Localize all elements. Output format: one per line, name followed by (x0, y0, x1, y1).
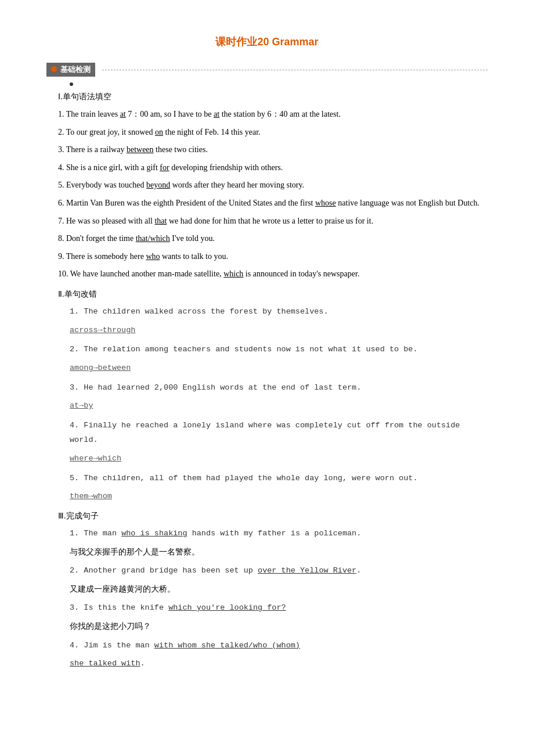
correction-answer: them→whom (70, 489, 488, 504)
list-item: 6. Martin Van Buren was the eighth Presi… (58, 196, 488, 211)
item-num: 1. The train leaves at 7：00 am, so I hav… (58, 110, 341, 118)
list-item: 9. There is somebody here who wants to t… (58, 249, 488, 265)
section-badge: 基础检测 (46, 63, 95, 77)
list-item: 7. He was so pleased with all that we ha… (58, 214, 488, 229)
item-num: 8. Don't forget the time that/which I've… (58, 234, 215, 243)
item-num: 5. Everybody was touched beyond words af… (58, 181, 304, 189)
part-i-title: Ⅰ.单句语法填空 (58, 92, 488, 102)
item-num: 10. We have launched another man-made sa… (58, 269, 359, 278)
answer-underline: that (154, 217, 167, 225)
list-item: 2. To our great joy, it snowed on the ni… (58, 125, 488, 141)
chinese-translation: 又建成一座跨越黄河的大桥。 (70, 582, 488, 597)
item-num: 4. She is a nice girl, with a gift for d… (58, 163, 283, 172)
answer-underline: at (120, 110, 126, 118)
list-item: 4. Jim is the man with whom she talked/w… (58, 638, 488, 671)
answer-underline: between (127, 145, 154, 154)
answer-underline: whose (315, 199, 336, 207)
list-item: 3. There is a railway between these two … (58, 142, 488, 158)
correction-answer: at→by (70, 398, 488, 413)
correction-question: 4. Finally he reached a lonely island wh… (70, 418, 488, 448)
list-item: 5. The children, all of them had played … (58, 471, 488, 504)
chinese-translation: 与我父亲握手的那个人是一名警察。 (70, 545, 488, 560)
list-item: 1. The train leaves at 7：00 am, so I hav… (58, 107, 488, 123)
item-num: 6. Martin Van Buren was the eighth Presi… (58, 199, 479, 207)
part-i-content: 1. The train leaves at 7：00 am, so I hav… (58, 107, 488, 282)
answer-underline: who is shaking (121, 529, 187, 538)
part-ii-title: Ⅱ.单句改错 (58, 289, 488, 300)
complete-sentence: 1. The man who is shaking hands with my … (70, 526, 488, 541)
section-header: 基础检测 (46, 63, 488, 77)
correction-question: 5. The children, all of them had played … (70, 471, 488, 486)
list-item: 1. The man who is shaking hands with my … (58, 526, 488, 560)
correction-question: 2. The relation among teachers and stude… (70, 342, 488, 357)
list-item: 3. He had learned 2,000 English words at… (58, 380, 488, 413)
dashed-line (102, 70, 488, 70)
answer-underline: with whom she talked/who (whom) (154, 641, 300, 650)
answer-underline: she talked with (70, 659, 140, 668)
part-iii-title: Ⅲ.完成句子 (58, 511, 488, 521)
correction-answer: among→between (70, 361, 488, 376)
answer-underline: who (146, 252, 160, 261)
answer-underline: for (160, 163, 169, 172)
list-item: 2. The relation among teachers and stude… (58, 342, 488, 375)
chinese-translation: 你找的是这把小刀吗？ (70, 619, 488, 635)
answer-underline: on (155, 128, 163, 136)
correction-answer: across→through (70, 323, 488, 338)
part-iii-content: 1. The man who is shaking hands with my … (58, 526, 488, 671)
correction-question: 3. He had learned 2,000 English words at… (70, 380, 488, 395)
item-num: 2. To our great joy, it snowed on the ni… (58, 128, 261, 136)
answer-underline: over the Yellow River (258, 566, 356, 575)
item-num: 7. He was so pleased with all that we ha… (58, 217, 373, 225)
answer-underline: which (223, 269, 243, 278)
complete-sentence-continued: she talked with. (70, 656, 488, 671)
answer-underline: beyond (146, 181, 170, 189)
answer-underline: at (214, 110, 219, 118)
correction-question: 1. The children walked across the forest… (70, 304, 488, 319)
complete-sentence: 4. Jim is the man with whom she talked/w… (70, 638, 488, 653)
list-item: 5. Everybody was touched beyond words af… (58, 178, 488, 193)
list-item: 4. She is a nice girl, with a gift for d… (58, 160, 488, 176)
page-title: 课时作业20 Grammar (46, 35, 488, 49)
answer-underline: which you're looking for? (168, 603, 286, 612)
item-num: 3. There is a railway between these two … (58, 145, 208, 154)
list-item: 8. Don't forget the time that/which I've… (58, 231, 488, 247)
correction-answer: where→which (70, 451, 488, 466)
list-item: 4. Finally he reached a lonely island wh… (58, 418, 488, 466)
list-item: 10. We have launched another man-made sa… (58, 267, 488, 282)
complete-sentence: 3. Is this the knife which you're lookin… (70, 600, 488, 615)
list-item: 1. The children walked across the forest… (58, 304, 488, 337)
dot-marker (70, 82, 73, 86)
answer-underline: that/which (136, 234, 170, 243)
list-item: 3. Is this the knife which you're lookin… (58, 600, 488, 634)
list-item: 2. Another grand bridge has been set up … (58, 563, 488, 597)
complete-sentence: 2. Another grand bridge has been set up … (70, 563, 488, 578)
part-ii-content: 1. The children walked across the forest… (58, 304, 488, 504)
item-num: 9. There is somebody here who wants to t… (58, 252, 228, 261)
